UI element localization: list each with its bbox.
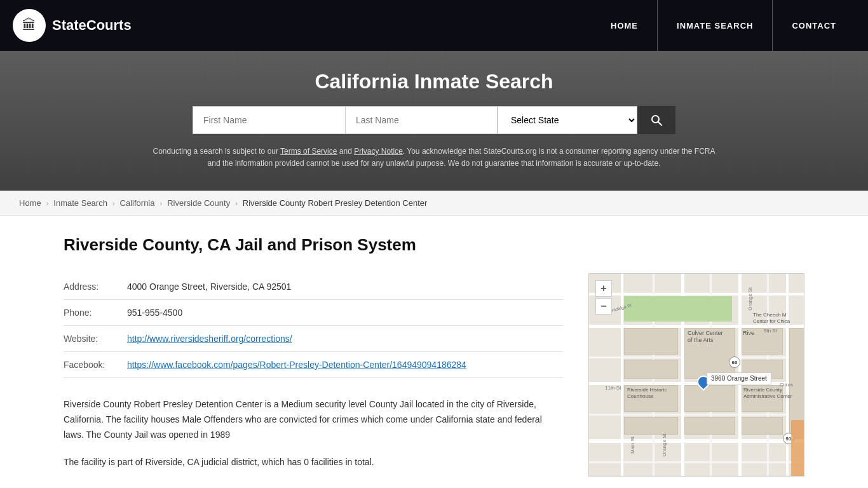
phone-value: 951-955-4500 xyxy=(127,300,563,326)
search-bar: Select State California Texas Florida xyxy=(13,106,855,134)
address-row: Address: 4000 Orange Street, Riverside, … xyxy=(64,274,563,300)
address-label: Address: xyxy=(64,274,127,300)
phone-row: Phone: 951-955-4500 xyxy=(64,300,563,326)
state-select[interactable]: Select State California Texas Florida xyxy=(498,106,637,134)
header: 🏛 StateCourts HOME INMATE SEARCH CONTACT xyxy=(0,0,868,51)
hero-section: California Inmate Search Select State Ca… xyxy=(0,51,868,191)
breadcrumb-riverside-county[interactable]: Riverside County xyxy=(167,198,230,208)
breadcrumb-current: Riverside County Robert Presley Detentio… xyxy=(243,198,427,208)
nav-home[interactable]: HOME xyxy=(592,0,657,51)
address-value: 4000 Orange Street, Riverside, CA 92501 xyxy=(127,274,563,300)
breadcrumb-california[interactable]: California xyxy=(120,198,155,208)
description-2: The facility is part of Riverside, CA ju… xyxy=(64,455,563,470)
first-name-input[interactable] xyxy=(193,106,345,134)
map-pin-label: 3960 Orange Street xyxy=(707,372,771,384)
disclaimer-text: Conducting a search is subject to our Te… xyxy=(148,146,720,170)
map-area: Culver Centerof the Arts Rive Riverside … xyxy=(588,273,804,483)
privacy-link[interactable]: Privacy Notice xyxy=(354,147,403,156)
logo-text: StateCourts xyxy=(52,17,132,34)
website-row: Website: http://www.riversidesheriff.org… xyxy=(64,326,563,352)
logo-icon: 🏛 xyxy=(13,9,46,42)
breadcrumb-inmate-search[interactable]: Inmate Search xyxy=(53,198,107,208)
breadcrumb-sep-4: › xyxy=(235,200,238,207)
phone-label: Phone: xyxy=(64,300,127,326)
breadcrumb-sep-2: › xyxy=(112,200,115,207)
search-button[interactable] xyxy=(637,106,675,134)
website-value: http://www.riversidesheriff.org/correcti… xyxy=(127,326,563,352)
facebook-value: https://www.facebook.com/pages/Robert-Pr… xyxy=(127,352,563,378)
facebook-link[interactable]: https://www.facebook.com/pages/Robert-Pr… xyxy=(127,360,466,370)
facebook-row: Facebook: https://www.facebook.com/pages… xyxy=(64,352,563,378)
svg-line-1 xyxy=(658,122,662,126)
breadcrumb-home[interactable]: Home xyxy=(19,198,41,208)
zoom-out-button[interactable]: − xyxy=(595,298,612,315)
nav-inmate-search[interactable]: INMATE SEARCH xyxy=(657,0,772,51)
description-1: Riverside County Robert Presley Detentio… xyxy=(64,397,563,442)
content-area: Riverside County, CA Jail and Prison Sys… xyxy=(64,235,588,483)
last-name-input[interactable] xyxy=(345,106,498,134)
page-title: Riverside County, CA Jail and Prison Sys… xyxy=(64,235,563,255)
breadcrumb-sep-3: › xyxy=(160,200,163,207)
main-container: Riverside County, CA Jail and Prison Sys… xyxy=(0,216,868,488)
nav-links: HOME INMATE SEARCH CONTACT xyxy=(592,0,855,51)
map-controls: + − xyxy=(595,280,612,315)
terms-link[interactable]: Terms of Service xyxy=(280,147,337,156)
logo-area: 🏛 StateCourts xyxy=(13,9,132,42)
info-table: Address: 4000 Orange Street, Riverside, … xyxy=(64,274,563,378)
breadcrumb: Home › Inmate Search › California › Rive… xyxy=(0,191,868,216)
zoom-in-button[interactable]: + xyxy=(595,280,612,297)
website-link[interactable]: http://www.riversidesheriff.org/correcti… xyxy=(127,334,292,344)
map-container[interactable]: Culver Centerof the Arts Rive Riverside … xyxy=(588,273,804,477)
search-icon xyxy=(650,114,663,126)
nav-contact[interactable]: CONTACT xyxy=(772,0,855,51)
website-label: Website: xyxy=(64,326,127,352)
facebook-label: Facebook: xyxy=(64,352,127,378)
breadcrumb-sep-1: › xyxy=(46,200,49,207)
hero-title: California Inmate Search xyxy=(13,70,855,93)
